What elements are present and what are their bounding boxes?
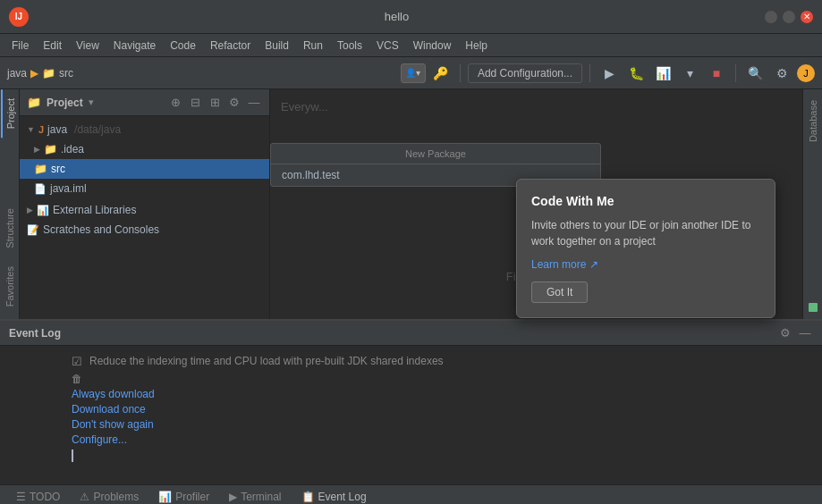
tab-todo[interactable]: ☰ TODO — [7, 489, 69, 505]
tree-item-iml[interactable]: 📄 java.iml — [20, 179, 269, 198]
project-expand-icon[interactable]: ⊞ — [207, 95, 223, 111]
folder-idea-icon: 📁 — [44, 143, 57, 155]
database-tab[interactable]: Database — [806, 93, 820, 149]
menu-code[interactable]: Code — [164, 38, 202, 54]
tab-problems[interactable]: ⚠ Problems — [71, 489, 148, 505]
project-locate-icon[interactable]: ⊕ — [167, 95, 183, 111]
vcs-icon[interactable]: 🔑 — [429, 62, 453, 85]
event-log-header-actions: ⚙ — — [777, 325, 813, 341]
project-header-actions: ⊕ ⊟ ⊞ ⚙ — — [167, 95, 262, 111]
folder-src-icon: 📁 — [34, 163, 47, 175]
log-trash-icon[interactable]: 🗑 — [72, 373, 82, 385]
todo-icon: ☰ — [16, 491, 26, 503]
right-sidebar: Database — [802, 89, 822, 319]
menu-edit[interactable]: Edit — [37, 38, 68, 54]
always-download-link[interactable]: Always download — [72, 388, 811, 400]
maximize-button[interactable]: □ — [783, 11, 795, 23]
left-tab-structure[interactable]: Structure — [2, 199, 18, 257]
minimize-button[interactable]: – — [765, 11, 777, 23]
java-icon: J — [38, 124, 44, 135]
menu-view[interactable]: View — [70, 38, 106, 54]
project-minimize-icon[interactable]: — — [246, 95, 262, 111]
event-log-panel: Event Log ⚙ — ☑ Reduce the indexing time… — [0, 319, 822, 484]
toolbar-separator — [460, 64, 461, 82]
scratches-icon: 📝 — [27, 224, 39, 236]
breadcrumb-arrow-icon: ▶ — [30, 67, 38, 80]
problems-icon: ⚠ — [80, 491, 89, 503]
log-checkbox-icon[interactable]: ☑ — [72, 355, 82, 368]
breadcrumb-src-folder-icon: 📁 — [42, 67, 55, 80]
editor-hint: Everyw... — [281, 100, 328, 113]
dont-show-again-link[interactable]: Don't show again — [72, 418, 811, 431]
left-tab-favorites[interactable]: Favorites — [2, 257, 18, 315]
breadcrumb-src[interactable]: src — [59, 67, 73, 80]
expand-arrow-idea-icon: ▶ — [34, 145, 40, 154]
project-collapse-icon[interactable]: ⊟ — [187, 95, 203, 111]
tab-event-log[interactable]: 📋 Event Log — [292, 489, 376, 505]
menu-refactor[interactable]: Refactor — [204, 38, 257, 54]
plugins-icon[interactable]: J — [797, 64, 815, 82]
bottom-tabs: ☰ TODO ⚠ Problems 📊 Profiler ▶ Terminal … — [0, 484, 822, 504]
left-tabs: Project Structure Favorites — [0, 89, 20, 319]
cwm-title: Code With Me — [531, 194, 760, 208]
search-icon[interactable]: 🔍 — [743, 62, 767, 85]
add-configuration-button[interactable]: Add Configuration... — [468, 63, 582, 83]
project-settings-icon[interactable]: ⚙ — [226, 95, 242, 111]
editor-area: Everyw... New Package com.lhd.test Files… — [270, 89, 802, 319]
menu-window[interactable]: Window — [407, 38, 458, 54]
download-once-link[interactable]: Download once — [72, 403, 811, 416]
terminal-icon: ▶ — [229, 491, 237, 503]
tree-item-java[interactable]: ▼ J java /data/java — [20, 120, 269, 139]
menu-tools[interactable]: Tools — [331, 38, 369, 54]
menu-help[interactable]: Help — [459, 38, 494, 54]
debug-icon[interactable]: 🐛 — [624, 62, 648, 85]
event-log-settings-icon[interactable]: ⚙ — [777, 325, 793, 341]
tree-item-external-libs[interactable]: ▶ 📊 External Libraries — [20, 200, 269, 220]
tree-item-src[interactable]: 📁 src — [20, 159, 269, 179]
cwm-learn-more-link[interactable]: Learn more ↗ — [531, 258, 760, 271]
menu-navigate[interactable]: Navigate — [107, 38, 162, 54]
project-tree: ▼ J java /data/java ▶ 📁 .idea 📁 src 📄 ja… — [20, 116, 269, 319]
coverage-icon[interactable]: 📊 — [651, 62, 674, 85]
tab-profiler[interactable]: 📊 Profiler — [149, 489, 218, 505]
title-bar-left: IJ — [9, 7, 29, 27]
profile-button[interactable]: 👤▾ — [401, 63, 426, 83]
tree-item-idea[interactable]: ▶ 📁 .idea — [20, 139, 269, 159]
toolbar-separator3 — [735, 64, 736, 82]
project-dropdown-icon[interactable]: ▾ — [89, 97, 94, 108]
project-folder-icon: 📁 — [27, 96, 41, 109]
cursor-icon — [72, 449, 73, 462]
new-package-header: New Package — [271, 144, 600, 164]
settings-icon[interactable]: ⚙ — [770, 62, 793, 85]
cwm-got-it-button[interactable]: Got It — [531, 281, 588, 303]
menu-run[interactable]: Run — [297, 38, 329, 54]
event-log-minimize-icon[interactable]: — — [797, 325, 813, 341]
window-controls: – □ ✕ — [765, 11, 813, 23]
close-button[interactable]: ✕ — [801, 11, 813, 23]
toolbar: java ▶ 📁 src 👤▾ 🔑 Add Configuration... ▶… — [0, 57, 822, 89]
menu-build[interactable]: Build — [258, 38, 295, 54]
cwm-description: Invite others to your IDE or join anothe… — [531, 217, 760, 249]
stop-icon[interactable]: ■ — [705, 62, 728, 85]
title-text: hello — [385, 10, 409, 23]
configure-link[interactable]: Configure... — [72, 433, 811, 446]
menu-vcs[interactable]: VCS — [370, 38, 405, 54]
tab-terminal[interactable]: ▶ Terminal — [220, 489, 290, 505]
project-header: 📁 Project ▾ ⊕ ⊟ ⊞ ⚙ — — [20, 89, 269, 116]
menu-file[interactable]: File — [5, 38, 35, 54]
event-log-tab-icon: 📋 — [301, 491, 315, 503]
workspace: Project Structure Favorites 📁 Project ▾ … — [0, 89, 822, 484]
profiler-icon: 📊 — [158, 491, 172, 503]
project-panel: 📁 Project ▾ ⊕ ⊟ ⊞ ⚙ — ▼ J java /data/jav… — [20, 89, 270, 319]
toolbar-actions: 👤▾ 🔑 Add Configuration... ▶ 🐛 📊 ▾ ■ 🔍 ⚙ … — [401, 62, 815, 85]
menu-bar: File Edit View Navigate Code Refactor Bu… — [0, 34, 822, 57]
tree-item-scratches[interactable]: 📝 Scratches and Consoles — [20, 220, 269, 239]
left-tab-project[interactable]: Project — [1, 89, 19, 138]
chart-icon: 📊 — [37, 205, 49, 216]
breadcrumb-java[interactable]: java — [7, 67, 27, 80]
expand-external-icon: ▶ — [27, 206, 33, 214]
sidebar-indicator — [809, 303, 818, 312]
run-icon[interactable]: ▶ — [597, 62, 621, 85]
toolbar-separator2 — [589, 64, 590, 82]
more-run-icon[interactable]: ▾ — [678, 62, 701, 85]
